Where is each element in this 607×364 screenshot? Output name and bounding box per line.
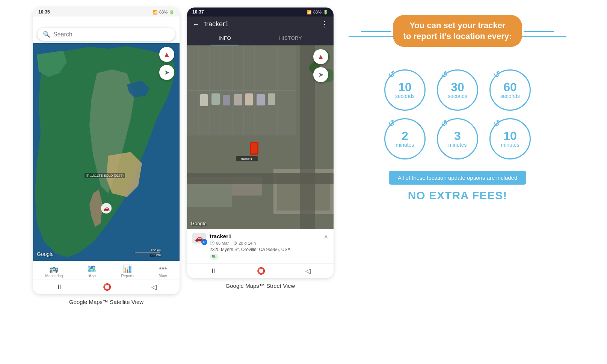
phone2-tabs: INFO HISTORY xyxy=(187,32,334,45)
phone2-time: 10:37 xyxy=(192,9,204,15)
compass-button[interactable]: ▲ xyxy=(159,47,174,62)
google-label-2: Google xyxy=(191,221,207,226)
arrow-30sec: ↺ xyxy=(439,69,449,81)
circle-10sec-unit: seconds xyxy=(395,93,415,99)
android-home[interactable]: ⭕ xyxy=(103,283,111,291)
svg-rect-25 xyxy=(257,94,265,105)
satellite-map: 🚗 ▲ ➤ iTrack1LTE BOLD (0177) xyxy=(33,43,180,261)
circle-10min-unit: minutes xyxy=(501,142,519,148)
more-options-button[interactable]: ⋮ xyxy=(321,20,328,29)
back-button[interactable]: ← xyxy=(192,20,200,29)
map-svg: 🚗 xyxy=(33,43,180,261)
more-icon: ••• xyxy=(159,264,167,273)
navigation-button[interactable]: ➤ xyxy=(159,65,174,80)
arrow-10sec: ↺ xyxy=(387,69,397,81)
info-title-text: You can set your trackerto report it's l… xyxy=(403,21,512,41)
aerial-map-svg: tracker1 xyxy=(187,45,334,229)
google-label: Google xyxy=(37,251,54,257)
aerial-map[interactable]: tracker1 ▲ ➤ Google xyxy=(187,45,334,229)
phone2-signal: 📶 xyxy=(307,10,312,15)
android-back-2[interactable]: ⏸ xyxy=(210,267,217,275)
tab-info[interactable]: INFO xyxy=(211,32,239,45)
android-nav-2: ⏸ ⭕ ◁ xyxy=(187,263,334,278)
circle-60sec-unit: seconds xyxy=(500,93,520,99)
tracker-meta: 🕐 06 Mar ⏱ 20 d 14 h xyxy=(210,241,320,245)
phone2-battery: 83% xyxy=(313,10,322,14)
circle-60sec-ring: ↺ 60 seconds xyxy=(489,69,531,111)
infographic-panel: You can set your trackerto report it's l… xyxy=(341,8,574,209)
circle-60sec-number: 60 xyxy=(503,81,517,93)
phone1-time: 10:35 xyxy=(38,9,50,15)
circle-30sec: ↺ 30 seconds xyxy=(437,69,478,111)
tab-history[interactable]: HISTORY xyxy=(272,32,310,45)
circle-30sec-unit: seconds xyxy=(448,93,467,99)
bottom-nav: 🚌 Monitoring 🗺️ Map 📊 Reports ••• More xyxy=(33,261,180,280)
phone1-mockup: 10:35 📶 83% 🔋 🔍 xyxy=(33,8,180,294)
circle-2min-ring: ↺ 2 minutes xyxy=(384,118,426,159)
svg-text:🚗: 🚗 xyxy=(103,205,110,212)
tracker-parking-badge: P xyxy=(201,239,207,245)
title-section: You can set your trackerto report it's l… xyxy=(349,15,566,58)
phone2-caption: Google Maps™ Street View xyxy=(226,278,295,290)
circle-60sec: ↺ 60 seconds xyxy=(489,69,531,111)
included-box: All of these location update options are… xyxy=(389,171,527,185)
circle-3min-ring: ↺ 3 minutes xyxy=(437,118,478,159)
phone1-status-bar: 10:35 📶 83% 🔋 xyxy=(33,8,180,17)
svg-text:tracker1: tracker1 xyxy=(242,157,252,161)
compass-button-2[interactable]: ▲ xyxy=(313,49,328,64)
info-title-box: You can set your trackerto report it's l… xyxy=(393,15,522,47)
tracker-title: tracker1 xyxy=(204,20,316,28)
android-recents-2[interactable]: ◁ xyxy=(305,267,311,275)
circle-10sec-ring: ↺ 10 seconds xyxy=(384,69,426,111)
tracker-duration: ⏱ 20 d 14 h xyxy=(233,241,256,245)
circle-10min: ↺ 10 minutes xyxy=(489,118,531,159)
circle-2min-number: 2 xyxy=(402,130,408,142)
phone1-battery: 83% xyxy=(159,10,168,14)
phone1-caption: Google Maps™ Satellite View xyxy=(69,294,143,307)
circle-3min: ↺ 3 minutes xyxy=(437,118,478,159)
nav-reports[interactable]: 📊 Reports xyxy=(121,264,134,278)
circle-2min: ↺ 2 minutes xyxy=(384,118,426,159)
android-home-2[interactable]: ⭕ xyxy=(257,267,265,275)
circles-grid: ↺ 10 seconds ↺ 30 seconds ↺ 60 seconds xyxy=(384,69,531,159)
nav-map[interactable]: 🗺️ Map xyxy=(87,264,97,278)
arrow-10min: ↺ xyxy=(492,118,502,129)
search-bar[interactable]: 🔍 xyxy=(38,28,175,41)
reports-icon: 📊 xyxy=(123,264,132,273)
svg-rect-23 xyxy=(234,94,242,105)
time-badge: 5h xyxy=(210,254,219,260)
nav-more[interactable]: ••• More xyxy=(159,264,168,278)
satellite-map-container[interactable]: 🚗 ▲ ➤ iTrack1LTE BOLD (0177) xyxy=(33,43,180,261)
phone2-battery-icon: 🔋 xyxy=(323,10,328,15)
arrow-2min: ↺ xyxy=(387,118,397,129)
phone2-header: ← tracker1 ⋮ xyxy=(187,17,334,32)
map-controls: ▲ ➤ xyxy=(159,47,174,80)
nav-monitoring[interactable]: 🚌 Monitoring xyxy=(45,264,63,278)
arrow-3min: ↺ xyxy=(439,118,449,129)
map2-controls: ▲ ➤ xyxy=(313,49,328,82)
search-icon: 🔍 xyxy=(43,31,50,38)
circle-10sec-number: 10 xyxy=(398,81,412,93)
phone1-battery-icon: 🔋 xyxy=(169,10,174,15)
navigation-button-2[interactable]: ➤ xyxy=(313,67,328,82)
chevron-up-icon[interactable]: ∧ xyxy=(324,233,328,240)
search-input[interactable] xyxy=(53,31,170,38)
nav-map-label: Map xyxy=(88,274,95,278)
tracker-details: tracker1 🕐 06 Mar ⏱ 20 d 14 h 2325 My xyxy=(210,233,320,260)
svg-rect-20 xyxy=(200,94,208,106)
android-recents[interactable]: ◁ xyxy=(151,283,157,291)
svg-rect-24 xyxy=(245,93,253,105)
phone2-status-bar: 10:37 📶 83% 🔋 xyxy=(187,8,334,17)
circle-3min-unit: minutes xyxy=(448,142,467,148)
map-icon: 🗺️ xyxy=(87,264,97,273)
nav-more-label: More xyxy=(159,274,168,278)
tracker-info-panel: 🚗 P tracker1 🕐 06 Mar ⏱ 20 d 1 xyxy=(187,229,334,263)
android-back[interactable]: ⏸ xyxy=(56,283,63,291)
circle-2min-unit: minutes xyxy=(396,142,414,148)
circle-30sec-ring: ↺ 30 seconds xyxy=(437,69,478,111)
arrow-60sec: ↺ xyxy=(492,69,502,81)
phone2-mockup: 10:37 📶 83% 🔋 ← tracker1 ⋮ INFO xyxy=(187,8,334,278)
left-line xyxy=(349,36,393,37)
map-scale: 200 mi 500 km xyxy=(134,248,161,257)
tracker-avatar: 🚗 P xyxy=(192,233,206,244)
